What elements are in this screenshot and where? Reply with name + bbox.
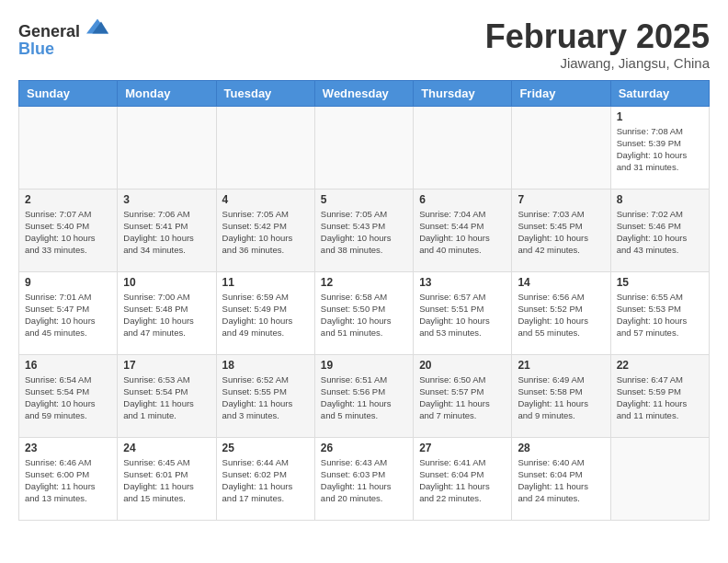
calendar-cell: 11Sunrise: 6:59 AMSunset: 5:49 PMDayligh… (216, 271, 314, 354)
logo: General Blue (18, 18, 108, 58)
calendar-cell: 14Sunrise: 6:56 AMSunset: 5:52 PMDayligh… (512, 271, 610, 354)
day-number: 17 (123, 359, 210, 372)
page-header: General Blue February 2025 Jiawang, Jian… (18, 18, 710, 71)
day-number: 7 (518, 193, 604, 206)
day-number: 18 (222, 359, 309, 372)
day-number: 1 (617, 110, 703, 123)
day-number: 27 (419, 442, 506, 454)
calendar-cell (118, 106, 216, 189)
day-number: 26 (321, 442, 407, 454)
day-info: Sunrise: 6:49 AMSunset: 5:58 PMDaylight:… (518, 373, 604, 422)
day-info: Sunrise: 7:03 AMSunset: 5:45 PMDaylight:… (518, 208, 604, 257)
calendar-cell: 26Sunrise: 6:43 AMSunset: 6:03 PMDayligh… (314, 437, 413, 520)
calendar-cell: 9Sunrise: 7:01 AMSunset: 5:47 PMDaylight… (19, 271, 118, 354)
day-info: Sunrise: 6:59 AMSunset: 5:49 PMDaylight:… (222, 291, 309, 339)
day-info: Sunrise: 7:06 AMSunset: 5:41 PMDaylight:… (123, 208, 210, 257)
calendar-cell (19, 106, 118, 189)
day-header-wednesday: Wednesday (314, 80, 413, 106)
day-number: 6 (419, 193, 506, 206)
calendar-cell: 21Sunrise: 6:49 AMSunset: 5:58 PMDayligh… (512, 354, 610, 437)
day-info: Sunrise: 6:53 AMSunset: 5:54 PMDaylight:… (123, 373, 210, 422)
day-info: Sunrise: 6:45 AMSunset: 6:01 PMDaylight:… (123, 456, 210, 505)
calendar-cell: 22Sunrise: 6:47 AMSunset: 5:59 PMDayligh… (610, 354, 709, 437)
calendar-cell: 17Sunrise: 6:53 AMSunset: 5:54 PMDayligh… (118, 354, 216, 437)
calendar-cell: 25Sunrise: 6:44 AMSunset: 6:02 PMDayligh… (216, 437, 314, 520)
logo-icon (86, 18, 108, 37)
calendar-cell: 3Sunrise: 7:06 AMSunset: 5:41 PMDaylight… (118, 189, 216, 271)
day-info: Sunrise: 6:55 AMSunset: 5:53 PMDaylight:… (617, 291, 703, 339)
day-number: 24 (123, 442, 210, 454)
logo-blue: Blue (18, 40, 54, 58)
day-number: 15 (617, 276, 703, 289)
day-info: Sunrise: 6:54 AMSunset: 5:54 PMDaylight:… (25, 373, 111, 422)
calendar-cell (216, 106, 314, 189)
day-header-tuesday: Tuesday (216, 80, 314, 106)
calendar-cell: 5Sunrise: 7:05 AMSunset: 5:43 PMDaylight… (314, 189, 413, 271)
day-number: 2 (25, 193, 111, 206)
day-info: Sunrise: 6:44 AMSunset: 6:02 PMDaylight:… (222, 456, 309, 505)
day-info: Sunrise: 6:58 AMSunset: 5:50 PMDaylight:… (321, 291, 407, 339)
day-info: Sunrise: 7:01 AMSunset: 5:47 PMDaylight:… (25, 291, 111, 339)
week-row-4: 16Sunrise: 6:54 AMSunset: 5:54 PMDayligh… (19, 354, 710, 437)
title-block: February 2025 Jiawang, Jiangsu, China (485, 18, 710, 71)
days-header-row: SundayMondayTuesdayWednesdayThursdayFrid… (19, 80, 710, 106)
day-number: 16 (25, 359, 111, 372)
day-header-friday: Friday (512, 80, 610, 106)
calendar-cell: 6Sunrise: 7:04 AMSunset: 5:44 PMDaylight… (414, 189, 512, 271)
day-info: Sunrise: 7:05 AMSunset: 5:42 PMDaylight:… (222, 208, 309, 257)
calendar-cell: 19Sunrise: 6:51 AMSunset: 5:56 PMDayligh… (314, 354, 413, 437)
day-number: 21 (518, 359, 604, 372)
calendar-cell: 24Sunrise: 6:45 AMSunset: 6:01 PMDayligh… (118, 437, 216, 520)
calendar-cell: 2Sunrise: 7:07 AMSunset: 5:40 PMDaylight… (19, 189, 118, 271)
week-row-3: 9Sunrise: 7:01 AMSunset: 5:47 PMDaylight… (19, 271, 710, 354)
day-header-saturday: Saturday (610, 80, 709, 106)
day-number: 23 (25, 442, 111, 454)
calendar-table: SundayMondayTuesdayWednesdayThursdayFrid… (18, 80, 710, 521)
week-row-5: 23Sunrise: 6:46 AMSunset: 6:00 PMDayligh… (19, 437, 710, 520)
day-info: Sunrise: 7:04 AMSunset: 5:44 PMDaylight:… (419, 208, 506, 257)
calendar-cell: 10Sunrise: 7:00 AMSunset: 5:48 PMDayligh… (118, 271, 216, 354)
day-info: Sunrise: 6:40 AMSunset: 6:04 PMDaylight:… (518, 456, 604, 505)
calendar-cell: 4Sunrise: 7:05 AMSunset: 5:42 PMDaylight… (216, 189, 314, 271)
calendar-cell: 23Sunrise: 6:46 AMSunset: 6:00 PMDayligh… (19, 437, 118, 520)
calendar-cell (512, 106, 610, 189)
day-info: Sunrise: 7:05 AMSunset: 5:43 PMDaylight:… (321, 208, 407, 257)
calendar-cell: 18Sunrise: 6:52 AMSunset: 5:55 PMDayligh… (216, 354, 314, 437)
day-number: 25 (222, 442, 309, 454)
day-number: 10 (123, 276, 210, 289)
calendar-cell (414, 106, 512, 189)
day-info: Sunrise: 6:51 AMSunset: 5:56 PMDaylight:… (321, 373, 407, 422)
day-number: 11 (222, 276, 309, 289)
calendar-subtitle: Jiawang, Jiangsu, China (485, 55, 710, 71)
calendar-cell: 20Sunrise: 6:50 AMSunset: 5:57 PMDayligh… (414, 354, 512, 437)
calendar-title: February 2025 (485, 18, 710, 55)
calendar-cell: 28Sunrise: 6:40 AMSunset: 6:04 PMDayligh… (512, 437, 610, 520)
day-info: Sunrise: 6:41 AMSunset: 6:04 PMDaylight:… (419, 456, 506, 505)
day-number: 19 (321, 359, 407, 372)
day-header-thursday: Thursday (414, 80, 512, 106)
day-number: 14 (518, 276, 604, 289)
calendar-cell: 7Sunrise: 7:03 AMSunset: 5:45 PMDaylight… (512, 189, 610, 271)
calendar-cell: 15Sunrise: 6:55 AMSunset: 5:53 PMDayligh… (610, 271, 709, 354)
day-number: 4 (222, 193, 309, 206)
day-header-sunday: Sunday (19, 80, 118, 106)
calendar-cell: 13Sunrise: 6:57 AMSunset: 5:51 PMDayligh… (414, 271, 512, 354)
day-info: Sunrise: 6:43 AMSunset: 6:03 PMDaylight:… (321, 456, 407, 505)
day-number: 5 (321, 193, 407, 206)
day-number: 22 (617, 359, 703, 372)
day-number: 9 (25, 276, 111, 289)
calendar-cell: 8Sunrise: 7:02 AMSunset: 5:46 PMDaylight… (610, 189, 709, 271)
calendar-cell (610, 437, 709, 520)
day-info: Sunrise: 6:57 AMSunset: 5:51 PMDaylight:… (419, 291, 506, 339)
calendar-cell: 12Sunrise: 6:58 AMSunset: 5:50 PMDayligh… (314, 271, 413, 354)
calendar-cell: 16Sunrise: 6:54 AMSunset: 5:54 PMDayligh… (19, 354, 118, 437)
day-info: Sunrise: 6:47 AMSunset: 5:59 PMDaylight:… (617, 373, 703, 422)
day-info: Sunrise: 6:56 AMSunset: 5:52 PMDaylight:… (518, 291, 604, 339)
day-header-monday: Monday (118, 80, 216, 106)
day-number: 8 (617, 193, 703, 206)
day-info: Sunrise: 7:08 AMSunset: 5:39 PMDaylight:… (617, 125, 703, 174)
day-number: 28 (518, 442, 604, 454)
day-number: 12 (321, 276, 407, 289)
day-info: Sunrise: 7:00 AMSunset: 5:48 PMDaylight:… (123, 291, 210, 339)
week-row-2: 2Sunrise: 7:07 AMSunset: 5:40 PMDaylight… (19, 189, 710, 271)
